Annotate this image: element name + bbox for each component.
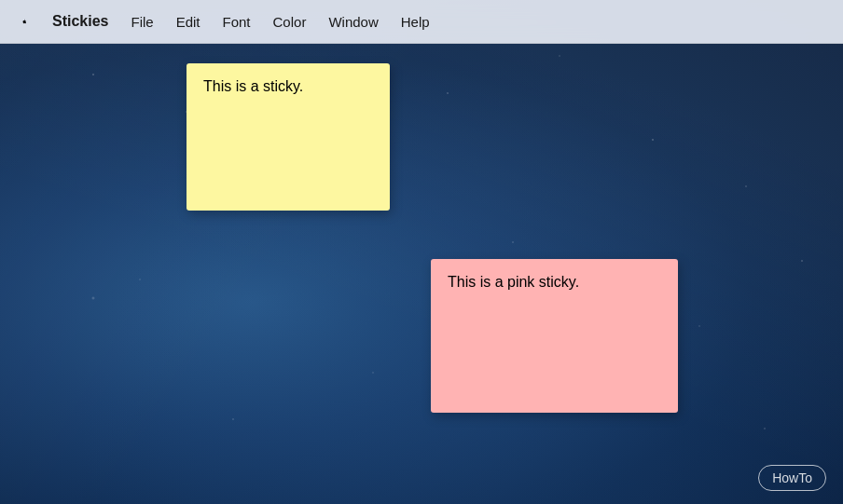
howto-badge[interactable]: HowTo <box>758 465 826 491</box>
window-menu[interactable]: Window <box>317 0 389 43</box>
app-name-menu[interactable]: Stickies <box>41 0 119 43</box>
help-menu[interactable]: Help <box>390 0 441 43</box>
color-menu[interactable]: Color <box>262 0 318 43</box>
apple-menu-icon[interactable] <box>15 12 34 31</box>
yellow-sticky-text: This is a sticky. <box>203 78 303 94</box>
pink-sticky[interactable]: This is a pink sticky. <box>431 259 678 413</box>
pink-sticky-text: This is a pink sticky. <box>448 274 579 290</box>
font-menu[interactable]: Font <box>212 0 262 43</box>
yellow-sticky[interactable]: This is a sticky. <box>187 63 390 211</box>
file-menu[interactable]: File <box>119 0 164 43</box>
menubar: Stickies File Edit Font Color Window Hel… <box>0 0 843 44</box>
edit-menu[interactable]: Edit <box>165 0 212 43</box>
desktop <box>0 0 843 504</box>
